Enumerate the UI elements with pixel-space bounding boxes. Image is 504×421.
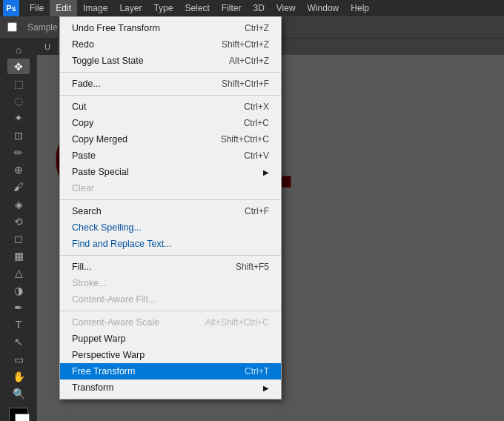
separator-4 <box>60 255 281 256</box>
menu-edit[interactable]: Edit <box>50 0 77 16</box>
menu-select[interactable]: Select <box>179 0 215 16</box>
separator-5 <box>60 311 281 311</box>
menu-item-undo[interactable]: Undo Free Transform Ctrl+Z <box>60 20 281 36</box>
menu-view[interactable]: View <box>271 0 302 16</box>
menu-item-search[interactable]: Search Ctrl+F <box>60 203 281 219</box>
menu-item-find-replace[interactable]: Find and Replace Text... <box>60 236 281 252</box>
toolbar-history-icon[interactable]: ⟲ <box>7 213 30 229</box>
toolbar-crop-icon[interactable]: ⊡ <box>7 127 30 143</box>
menu-item-check-spelling[interactable]: Check Spelling... <box>60 219 281 236</box>
menu-item-clear[interactable]: Clear <box>60 180 281 196</box>
toolbar-path-icon[interactable]: ↖ <box>7 334 30 350</box>
menu-item-free-transform[interactable]: Free Transform Ctrl+T <box>60 363 281 379</box>
menu-item-copy-merged[interactable]: Copy Merged Shift+Ctrl+C <box>60 131 281 147</box>
menu-layer[interactable]: Layer <box>113 0 147 16</box>
toolbar-lasso-icon[interactable]: ◌ <box>7 93 30 109</box>
menu-item-perspective-warp[interactable]: Perspective Warp <box>60 347 281 363</box>
menu-type[interactable]: Type <box>147 0 179 16</box>
edit-dropdown-menu: Undo Free Transform Ctrl+Z Redo Shift+Ct… <box>59 16 282 400</box>
app-logo: Ps <box>3 0 19 16</box>
separator-3 <box>60 199 281 200</box>
menu-item-transform[interactable]: Transform ▶ <box>60 379 281 396</box>
menu-item-content-aware-scale[interactable]: Content-Aware Scale Alt+Shift+Ctrl+C <box>60 314 281 331</box>
toolbar-shape-icon[interactable]: ▭ <box>7 351 30 367</box>
left-toolbar: ⌂ ✥ ⬚ ◌ ✦ ⊡ ✏ ⊕ 🖌 ◈ ⟲ ◻ ▦ △ ◑ ✒ T ↖ ▭ ✋ … <box>0 39 37 421</box>
sample-all-layers-checkbox[interactable] <box>7 22 17 32</box>
menu-3d[interactable]: 3D <box>247 0 270 16</box>
toolbar-pen-icon[interactable]: ✒ <box>7 299 30 315</box>
foreground-color[interactable] <box>9 408 28 421</box>
toolbar-wand-icon[interactable]: ✦ <box>7 110 30 126</box>
toolbar-stamp-icon[interactable]: ◈ <box>7 196 30 212</box>
menu-file[interactable]: File <box>24 0 50 16</box>
menu-filter[interactable]: Filter <box>216 0 248 16</box>
toolbar-eyedrop-icon[interactable]: ✏ <box>7 145 30 160</box>
toolbar-move-icon[interactable]: ✥ <box>7 59 30 74</box>
toolbar-type-icon[interactable]: T <box>7 317 30 333</box>
menu-item-fill[interactable]: Fill... Shift+F5 <box>60 259 281 275</box>
menu-help[interactable]: Help <box>345 0 375 16</box>
toolbar-hand-icon[interactable]: ✋ <box>7 368 30 384</box>
menu-item-stroke[interactable]: Stroke... <box>60 275 281 291</box>
menu-item-toggle-last-state[interactable]: Toggle Last State Alt+Ctrl+Z <box>60 53 281 69</box>
menu-item-redo[interactable]: Redo Shift+Ctrl+Z <box>60 36 281 53</box>
toolbar-home-icon[interactable]: ⌂ <box>7 42 30 57</box>
menu-item-copy[interactable]: Copy Ctrl+C <box>60 115 281 131</box>
toolbar-marquee-icon[interactable]: ⬚ <box>7 76 30 91</box>
toolbar-zoom-icon[interactable]: 🔍 <box>7 385 30 401</box>
menu-item-paste-special[interactable]: Paste Special ▶ <box>60 164 281 180</box>
toolbar-dodge-icon[interactable]: ◑ <box>7 282 30 298</box>
separator-1 <box>60 72 281 73</box>
toolbar-heal-icon[interactable]: ⊕ <box>7 162 30 178</box>
menu-image[interactable]: Image <box>77 0 113 16</box>
separator-2 <box>60 95 281 96</box>
menu-item-cut[interactable]: Cut Ctrl+X <box>60 99 281 115</box>
menu-item-paste[interactable]: Paste Ctrl+V <box>60 147 281 164</box>
menu-item-fade[interactable]: Fade... Shift+Ctrl+F <box>60 76 281 92</box>
toolbar-gradient-icon[interactable]: ▦ <box>7 248 30 264</box>
toolbar-blur-icon[interactable]: △ <box>7 265 30 281</box>
canvas-tab[interactable]: U <box>37 39 59 55</box>
toolbar-brush-icon[interactable]: 🖌 <box>7 179 30 195</box>
menu-bar: Ps File Edit Image Layer Type Select Fil… <box>0 0 504 16</box>
menu-item-content-aware-fill[interactable]: Content-Aware Fill... <box>60 291 281 308</box>
menu-item-puppet-warp[interactable]: Puppet Warp <box>60 331 281 347</box>
menu-window[interactable]: Window <box>302 0 345 16</box>
toolbar-eraser-icon[interactable]: ◻ <box>7 231 30 246</box>
